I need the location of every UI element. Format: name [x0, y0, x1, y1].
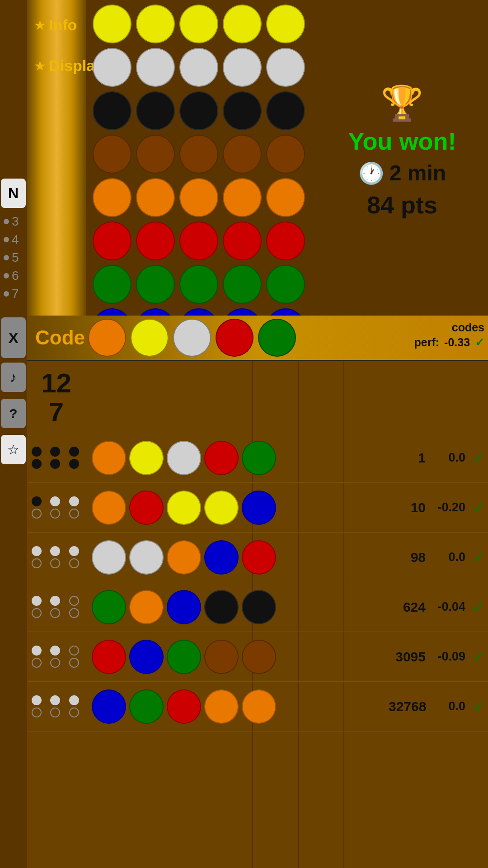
- codes-val-5: 3095: [389, 649, 429, 665]
- bottom-num-header: 12 7: [28, 363, 84, 433]
- circle: [179, 265, 218, 304]
- codes-header: codes: [452, 321, 484, 334]
- time-row: 🕐 2 min: [330, 160, 474, 185]
- code-circle-5[interactable]: [258, 319, 296, 357]
- color-row-orange: [93, 178, 305, 217]
- perf-val-3: 0.0: [429, 550, 469, 564]
- code-circle-4[interactable]: [216, 319, 253, 357]
- table-row-3: 98 0.0 ✓: [28, 533, 488, 582]
- circle: [136, 135, 175, 174]
- table-row-5: 3095 -0.09 ✓: [28, 632, 488, 682]
- circle: [93, 222, 131, 260]
- display-star-icon: ★: [34, 58, 46, 74]
- table-row-1: 1 0.0 ✓: [28, 433, 488, 483]
- circle: [223, 222, 262, 260]
- check-val-6: ✓: [469, 698, 488, 716]
- pts-text: 84 pts: [330, 191, 474, 219]
- circle: [136, 5, 175, 43]
- circle: [93, 135, 131, 174]
- num-option-4[interactable]: 4: [1, 231, 26, 249]
- circle: [93, 265, 131, 304]
- you-won-text: You won!: [330, 127, 474, 155]
- check-val-5: ✓: [469, 648, 488, 666]
- hint-dots-2: [28, 494, 89, 521]
- row-circles-6: [89, 689, 389, 724]
- music-button[interactable]: ♪: [1, 363, 26, 392]
- x-button[interactable]: X: [1, 317, 26, 358]
- codes-val-1: 1: [389, 450, 429, 466]
- clock-icon: 🕐: [358, 161, 384, 185]
- code-circle-1[interactable]: [88, 319, 126, 357]
- perf-val-4: -0.04: [429, 600, 469, 614]
- check-val-3: ✓: [469, 548, 488, 566]
- circle: [179, 135, 218, 174]
- info-star-icon: ★: [34, 17, 46, 33]
- perf-header: codes perf: -0.33 ✓: [414, 320, 484, 349]
- code-circle-2[interactable]: [131, 319, 169, 357]
- table-row-6: 32768 0.0 ✓: [28, 682, 488, 731]
- num-option-3[interactable]: 3: [1, 212, 26, 231]
- perf-val-1: 0.0: [429, 451, 469, 465]
- perf-val-6: 0.0: [429, 699, 469, 713]
- circle: [223, 178, 262, 217]
- circle: [93, 91, 131, 130]
- circle: [93, 178, 131, 217]
- circle: [179, 222, 218, 260]
- color-row-brown: [93, 135, 305, 174]
- table-row-4: 624 -0.04 ✓: [28, 582, 488, 632]
- row-circles-4: [89, 590, 389, 624]
- circle: [93, 5, 131, 43]
- color-row-red: [93, 222, 305, 260]
- perf-header-label: perf:: [414, 336, 440, 349]
- color-row-yellow: [93, 5, 305, 43]
- hint-dots-5: [28, 643, 89, 670]
- circle: [136, 48, 175, 87]
- table-row-2: 10 -0.20 ✓: [28, 483, 488, 533]
- info-label-row: ★ Info: [27, 5, 77, 45]
- codes-val-6: 32768: [389, 699, 429, 714]
- row-circles-3: [89, 540, 389, 575]
- perf-header-value: -0.33: [444, 336, 470, 349]
- circle: [266, 265, 305, 304]
- num-option-5[interactable]: 5: [1, 249, 26, 267]
- hint-dots-6: [28, 693, 89, 720]
- help-button[interactable]: ?: [1, 399, 26, 428]
- circle: [136, 178, 175, 217]
- row-circles-1: [89, 441, 389, 475]
- circle: [266, 48, 305, 87]
- code-circle-3[interactable]: [173, 319, 211, 357]
- circle: [266, 222, 305, 260]
- display-label-row: ★ Display: [27, 45, 103, 86]
- circle: [93, 48, 131, 87]
- color-row-white: [93, 48, 305, 87]
- codes-val-4: 624: [389, 599, 429, 615]
- big-num-12: 12: [41, 370, 71, 397]
- hint-dots-1: [28, 444, 89, 472]
- row-circles-2: [89, 491, 389, 525]
- win-panel: 🏆 You won! 🕐 2 min 84 pts: [330, 84, 474, 223]
- perf-val-5: -0.09: [429, 650, 469, 664]
- codes-val-2: 10: [389, 500, 429, 515]
- codes-val-3: 98: [389, 550, 429, 565]
- n-button[interactable]: N: [1, 179, 26, 208]
- num-option-7[interactable]: 7: [1, 285, 26, 303]
- info-label: Info: [49, 16, 77, 34]
- check-val-2: ✓: [469, 499, 488, 517]
- check-header-icon: ✓: [475, 336, 484, 349]
- num-option-6[interactable]: 6: [1, 267, 26, 285]
- hint-dots-4: [28, 593, 89, 621]
- circle: [266, 91, 305, 130]
- color-row-green: [93, 265, 305, 304]
- circle: [136, 91, 175, 130]
- check-val-1: ✓: [469, 449, 488, 467]
- star-button[interactable]: ☆: [1, 435, 26, 464]
- circle: [266, 178, 305, 217]
- circle: [223, 135, 262, 174]
- color-grid: [93, 5, 305, 352]
- circle: [179, 48, 218, 87]
- time-value: 2 min: [389, 160, 446, 185]
- circle: [136, 265, 175, 304]
- circle: [179, 5, 218, 43]
- circle: [266, 135, 305, 174]
- circle: [136, 222, 175, 260]
